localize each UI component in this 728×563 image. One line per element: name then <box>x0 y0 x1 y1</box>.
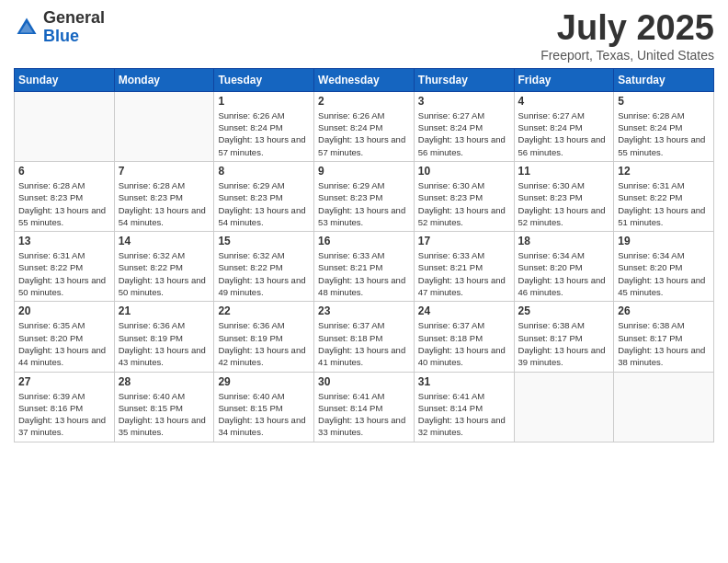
calendar-cell: 13Sunrise: 6:31 AM Sunset: 8:22 PM Dayli… <box>15 232 115 302</box>
calendar-cell: 27Sunrise: 6:39 AM Sunset: 8:16 PM Dayli… <box>15 372 115 442</box>
month-year: July 2025 <box>540 9 714 48</box>
day-info: Sunrise: 6:35 AM Sunset: 8:20 PM Dayligh… <box>18 319 110 368</box>
calendar-cell: 29Sunrise: 6:40 AM Sunset: 8:15 PM Dayli… <box>214 372 314 442</box>
title-block: July 2025 Freeport, Texas, United States <box>540 9 714 63</box>
day-number: 5 <box>618 95 710 108</box>
day-number: 4 <box>518 95 610 108</box>
day-info: Sunrise: 6:27 AM Sunset: 8:24 PM Dayligh… <box>518 109 610 158</box>
day-info: Sunrise: 6:26 AM Sunset: 8:24 PM Dayligh… <box>318 109 410 158</box>
day-number: 7 <box>119 165 210 178</box>
day-number: 14 <box>119 235 210 247</box>
day-info: Sunrise: 6:33 AM Sunset: 8:21 PM Dayligh… <box>418 249 510 298</box>
day-number: 20 <box>18 304 110 317</box>
day-number: 21 <box>119 304 210 317</box>
day-info: Sunrise: 6:41 AM Sunset: 8:14 PM Dayligh… <box>318 390 410 439</box>
day-number: 16 <box>318 235 410 247</box>
day-info: Sunrise: 6:40 AM Sunset: 8:15 PM Dayligh… <box>218 390 310 439</box>
weekday-header-tuesday: Tuesday <box>214 68 314 91</box>
header: General Blue July 2025 Freeport, Texas, … <box>14 9 714 63</box>
day-info: Sunrise: 6:29 AM Sunset: 8:23 PM Dayligh… <box>218 179 310 228</box>
day-info: Sunrise: 6:29 AM Sunset: 8:23 PM Dayligh… <box>318 179 410 228</box>
calendar-cell: 6Sunrise: 6:28 AM Sunset: 8:23 PM Daylig… <box>15 161 115 231</box>
calendar-cell: 3Sunrise: 6:27 AM Sunset: 8:24 PM Daylig… <box>414 91 514 161</box>
calendar-cell: 26Sunrise: 6:38 AM Sunset: 8:17 PM Dayli… <box>614 302 714 372</box>
day-info: Sunrise: 6:31 AM Sunset: 8:22 PM Dayligh… <box>18 249 110 298</box>
day-number: 1 <box>218 95 310 108</box>
day-info: Sunrise: 6:30 AM Sunset: 8:23 PM Dayligh… <box>518 179 610 228</box>
weekday-header-sunday: Sunday <box>15 68 115 91</box>
calendar-cell: 28Sunrise: 6:40 AM Sunset: 8:15 PM Dayli… <box>114 372 214 442</box>
day-info: Sunrise: 6:38 AM Sunset: 8:17 PM Dayligh… <box>518 319 610 368</box>
calendar-cell: 18Sunrise: 6:34 AM Sunset: 8:20 PM Dayli… <box>514 232 614 302</box>
calendar-cell: 30Sunrise: 6:41 AM Sunset: 8:14 PM Dayli… <box>314 372 415 442</box>
day-info: Sunrise: 6:40 AM Sunset: 8:15 PM Dayligh… <box>119 390 210 439</box>
calendar-cell <box>514 372 614 442</box>
day-number: 2 <box>318 95 410 108</box>
calendar-cell: 15Sunrise: 6:32 AM Sunset: 8:22 PM Dayli… <box>214 232 314 302</box>
calendar-cell: 4Sunrise: 6:27 AM Sunset: 8:24 PM Daylig… <box>514 91 614 161</box>
day-number: 6 <box>18 165 110 178</box>
weekday-header-wednesday: Wednesday <box>314 68 415 91</box>
day-info: Sunrise: 6:28 AM Sunset: 8:23 PM Dayligh… <box>18 179 110 228</box>
day-number: 9 <box>318 165 410 178</box>
calendar-cell: 1Sunrise: 6:26 AM Sunset: 8:24 PM Daylig… <box>214 91 314 161</box>
logo-blue: Blue <box>43 27 79 45</box>
calendar-cell: 22Sunrise: 6:36 AM Sunset: 8:19 PM Dayli… <box>214 302 314 372</box>
day-info: Sunrise: 6:32 AM Sunset: 8:22 PM Dayligh… <box>119 249 210 298</box>
weekday-header-saturday: Saturday <box>614 68 714 91</box>
calendar-cell: 8Sunrise: 6:29 AM Sunset: 8:23 PM Daylig… <box>214 161 314 231</box>
day-number: 31 <box>418 375 510 388</box>
day-info: Sunrise: 6:37 AM Sunset: 8:18 PM Dayligh… <box>418 319 510 368</box>
day-number: 10 <box>418 165 510 178</box>
calendar-cell: 16Sunrise: 6:33 AM Sunset: 8:21 PM Dayli… <box>314 232 415 302</box>
logo-general: General <box>43 8 105 27</box>
day-number: 17 <box>418 235 510 247</box>
calendar-cell: 31Sunrise: 6:41 AM Sunset: 8:14 PM Dayli… <box>414 372 514 442</box>
calendar-cell: 25Sunrise: 6:38 AM Sunset: 8:17 PM Dayli… <box>514 302 614 372</box>
calendar-cell: 14Sunrise: 6:32 AM Sunset: 8:22 PM Dayli… <box>114 232 214 302</box>
calendar-cell: 10Sunrise: 6:30 AM Sunset: 8:23 PM Dayli… <box>414 161 514 231</box>
calendar-cell: 21Sunrise: 6:36 AM Sunset: 8:19 PM Dayli… <box>114 302 214 372</box>
day-info: Sunrise: 6:26 AM Sunset: 8:24 PM Dayligh… <box>218 109 310 158</box>
calendar-cell: 17Sunrise: 6:33 AM Sunset: 8:21 PM Dayli… <box>414 232 514 302</box>
day-info: Sunrise: 6:41 AM Sunset: 8:14 PM Dayligh… <box>418 390 510 439</box>
location: Freeport, Texas, United States <box>540 48 714 63</box>
day-number: 18 <box>518 235 610 247</box>
day-number: 23 <box>318 304 410 317</box>
weekday-header-thursday: Thursday <box>414 68 514 91</box>
calendar-cell: 12Sunrise: 6:31 AM Sunset: 8:22 PM Dayli… <box>614 161 714 231</box>
calendar-cell: 2Sunrise: 6:26 AM Sunset: 8:24 PM Daylig… <box>314 91 415 161</box>
calendar-body: 1Sunrise: 6:26 AM Sunset: 8:24 PM Daylig… <box>15 91 714 442</box>
week-row-3: 13Sunrise: 6:31 AM Sunset: 8:22 PM Dayli… <box>15 232 714 302</box>
day-info: Sunrise: 6:32 AM Sunset: 8:22 PM Dayligh… <box>218 249 310 298</box>
day-number: 22 <box>218 304 310 317</box>
day-info: Sunrise: 6:30 AM Sunset: 8:23 PM Dayligh… <box>418 179 510 228</box>
day-info: Sunrise: 6:34 AM Sunset: 8:20 PM Dayligh… <box>518 249 610 298</box>
week-row-4: 20Sunrise: 6:35 AM Sunset: 8:20 PM Dayli… <box>15 302 714 372</box>
calendar-cell: 19Sunrise: 6:34 AM Sunset: 8:20 PM Dayli… <box>614 232 714 302</box>
day-number: 12 <box>618 165 710 178</box>
calendar-cell: 23Sunrise: 6:37 AM Sunset: 8:18 PM Dayli… <box>314 302 415 372</box>
day-info: Sunrise: 6:38 AM Sunset: 8:17 PM Dayligh… <box>618 319 710 368</box>
day-info: Sunrise: 6:27 AM Sunset: 8:24 PM Dayligh… <box>418 109 510 158</box>
day-number: 27 <box>18 375 110 388</box>
day-number: 26 <box>618 304 710 317</box>
day-number: 11 <box>518 165 610 178</box>
week-row-5: 27Sunrise: 6:39 AM Sunset: 8:16 PM Dayli… <box>15 372 714 442</box>
day-number: 25 <box>518 304 610 317</box>
calendar-cell: 20Sunrise: 6:35 AM Sunset: 8:20 PM Dayli… <box>15 302 115 372</box>
day-number: 30 <box>318 375 410 388</box>
day-info: Sunrise: 6:33 AM Sunset: 8:21 PM Dayligh… <box>318 249 410 298</box>
calendar-cell <box>15 91 115 161</box>
day-number: 19 <box>618 235 710 247</box>
calendar-cell: 9Sunrise: 6:29 AM Sunset: 8:23 PM Daylig… <box>314 161 415 231</box>
calendar-header: SundayMondayTuesdayWednesdayThursdayFrid… <box>15 68 714 91</box>
day-info: Sunrise: 6:34 AM Sunset: 8:20 PM Dayligh… <box>618 249 710 298</box>
day-number: 3 <box>418 95 510 108</box>
weekday-header-friday: Friday <box>514 68 614 91</box>
day-number: 13 <box>18 235 110 247</box>
day-number: 8 <box>218 165 310 178</box>
week-row-2: 6Sunrise: 6:28 AM Sunset: 8:23 PM Daylig… <box>15 161 714 231</box>
calendar-cell: 7Sunrise: 6:28 AM Sunset: 8:23 PM Daylig… <box>114 161 214 231</box>
day-info: Sunrise: 6:36 AM Sunset: 8:19 PM Dayligh… <box>218 319 310 368</box>
